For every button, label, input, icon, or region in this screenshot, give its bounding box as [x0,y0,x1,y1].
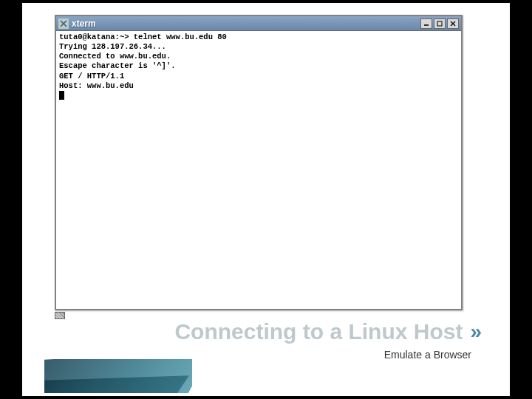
window-controls [420,18,459,29]
resize-grip-icon[interactable] [55,312,65,319]
maximize-button[interactable] [434,18,446,29]
cursor-icon [59,91,64,100]
terminal-body[interactable]: tuta0@katana:~> telnet www.bu.edu 80 Try… [56,31,461,309]
slide-title-text: Connecting to a Linux Host [174,319,463,344]
window-title: xterm [72,18,420,29]
terminal-line: tuta0@katana:~> telnet www.bu.edu 80 [59,33,227,41]
terminal-line: Escape character is '^]'. [59,61,176,70]
slide-title: Connecting to a Linux Host » [174,319,477,344]
xterm-window: xterm tuta0@katana:~> telnet www.bu.edu … [55,15,463,310]
terminal-line: GET / HTTP/1.1 [59,72,124,81]
slide-surface: xterm tuta0@katana:~> telnet www.bu.edu … [22,3,510,396]
titlebar[interactable]: xterm [56,16,461,31]
corner-decoration [44,359,192,393]
terminal-line: Trying 128.197.26.34... [59,42,166,51]
svg-rect-3 [437,21,442,26]
terminal-line: Host: www.bu.edu [59,81,134,90]
terminal-line: Connected to www.bu.edu. [59,52,171,61]
chevron-right-icon: » [470,320,477,344]
minimize-button[interactable] [420,18,432,29]
close-button[interactable] [447,18,459,29]
app-icon [58,18,69,29]
slide-subtitle: Emulate a Browser [384,349,471,361]
